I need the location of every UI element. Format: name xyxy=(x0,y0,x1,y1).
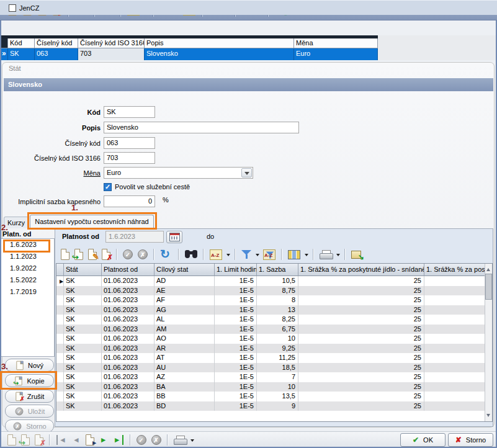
storno-button[interactable]: ✘ Storno xyxy=(448,433,493,447)
cell-srazka-dalsi[interactable] xyxy=(424,372,486,382)
cell-srazka-dalsi[interactable] xyxy=(424,286,486,296)
cell-sazba[interactable]: 6,75 xyxy=(257,325,298,334)
cell-sazba[interactable]: 9,25 xyxy=(257,344,298,354)
cell-limit-hodin[interactable]: 1E-5 xyxy=(215,334,257,344)
cell-platnost-od[interactable]: 01.06.2023 xyxy=(102,325,154,334)
cell-srazka-snidane[interactable]: 25 xyxy=(298,325,424,334)
table-row[interactable]: SK 01.06.2023 AT 1E-5 11,25 25 xyxy=(56,353,492,363)
jencz-checkbox[interactable] xyxy=(9,4,16,12)
cell-stat[interactable]: SK xyxy=(64,305,102,315)
cell-srazka-dalsi[interactable] xyxy=(424,325,486,334)
cell-cilovy-stat[interactable]: AG xyxy=(154,305,215,315)
cell-srazka-snidane[interactable]: 25 xyxy=(298,382,424,392)
cell-cilovy-stat[interactable]: AT xyxy=(154,353,215,363)
cell-srazka-snidane[interactable]: 25 xyxy=(298,315,424,325)
copy-rate-icon[interactable] xyxy=(74,249,83,260)
sazba-kapesne-field[interactable]: 0 xyxy=(104,195,155,207)
cell-sazba[interactable]: 8 xyxy=(257,295,298,305)
kopie-button[interactable]: Kopie xyxy=(5,374,54,387)
columns-dropdown-arrow-icon[interactable] xyxy=(305,254,308,258)
cell-srazka-dalsi[interactable] xyxy=(424,353,486,363)
cell-limit-hodin[interactable]: 1E-5 xyxy=(215,286,257,296)
cell-stat[interactable]: SK xyxy=(64,353,102,363)
table-row[interactable]: SK 01.06.2023 AG 1E-5 13 25 xyxy=(56,305,492,315)
cell-platnost-od[interactable]: 01.06.2023 xyxy=(102,286,154,296)
tab-nastaveni-nahrad[interactable]: Nastavení vypočtu cestovních náhrad xyxy=(30,215,154,228)
print-dropdown-arrow-icon[interactable] xyxy=(336,254,340,258)
copy-record-icon[interactable] xyxy=(21,434,30,446)
cell-sazba[interactable]: 8,25 xyxy=(257,315,298,325)
vertical-scrollbar[interactable] xyxy=(485,264,492,421)
cell-stat[interactable]: SK xyxy=(64,344,102,354)
cell-stat[interactable]: SK xyxy=(64,276,102,286)
cell-cilovy-stat[interactable]: BB xyxy=(154,392,215,401)
zrusit-button[interactable]: Zrušit xyxy=(5,390,54,403)
cell-sazba[interactable]: 7 xyxy=(257,372,298,382)
mena-combobox[interactable]: Euro xyxy=(104,167,253,179)
cell-platnost-od[interactable]: 01.06.2023 xyxy=(102,295,154,305)
cell-sazba[interactable]: 13 xyxy=(257,305,298,315)
cell-limit-hodin[interactable]: 1E-5 xyxy=(215,363,257,373)
popis-field[interactable]: Slovensko xyxy=(104,122,299,133)
cell-limit-hodin[interactable]: 1E-5 xyxy=(215,401,257,411)
cell-cilovy-stat[interactable]: AL xyxy=(154,315,215,325)
table-row[interactable]: SK 01.06.2023 BB 1E-5 13,5 25 xyxy=(56,392,492,401)
cell-limit-hodin[interactable]: 1E-5 xyxy=(215,372,257,382)
cell-srazka-dalsi[interactable] xyxy=(424,305,486,315)
scrollbar-thumb[interactable] xyxy=(485,274,492,300)
next-record-icon[interactable]: ► xyxy=(100,435,107,445)
column-header[interactable]: Platnost od xyxy=(102,264,154,276)
cell-stat[interactable]: SK xyxy=(64,392,102,401)
cell-limit-hodin[interactable]: 1E-5 xyxy=(215,315,257,325)
column-header[interactable]: Číselný kód xyxy=(35,38,78,48)
filter-icon[interactable] xyxy=(241,249,251,259)
column-header[interactable]: Stát xyxy=(64,264,102,276)
column-header[interactable]: 1. Srážka % za poskytnuté jídlo - snídan… xyxy=(298,264,424,276)
table-row[interactable]: SK 01.06.2023 AO 1E-5 10 25 xyxy=(56,334,492,344)
edit-rate-icon[interactable] xyxy=(88,249,97,260)
table-row[interactable]: SK 01.06.2023 AU 1E-5 18,5 25 xyxy=(56,363,492,373)
cell-platnost-od[interactable]: 01.06.2023 xyxy=(102,334,154,344)
filter-values-icon[interactable] xyxy=(263,249,275,260)
column-header[interactable]: 1. Srážka % za pos xyxy=(424,264,486,276)
cell-srazka-snidane[interactable]: 25 xyxy=(298,295,424,305)
table-row[interactable]: SK 01.06.2023 AZ 1E-5 7 25 xyxy=(56,372,492,382)
print-icon[interactable] xyxy=(174,436,186,445)
kod-field[interactable]: SK xyxy=(104,106,155,118)
cell-limit-hodin[interactable]: 1E-5 xyxy=(215,392,257,401)
cell-stat[interactable]: SK xyxy=(64,315,102,325)
iso-field[interactable]: 703 xyxy=(104,152,155,164)
cell-limit-hodin[interactable]: 1E-5 xyxy=(215,344,257,354)
cell-sazba[interactable]: 11,25 xyxy=(257,353,298,363)
table-row[interactable]: SK 01.06.2023 AF 1E-5 8 25 xyxy=(56,295,492,305)
delete-record-icon[interactable] xyxy=(35,434,43,446)
print-dropdown-arrow-icon[interactable] xyxy=(190,439,194,444)
table-row[interactable]: SK 01.06.2023 AM 1E-5 6,75 25 xyxy=(56,325,492,334)
cell-sazba[interactable]: 10,5 xyxy=(257,276,298,286)
cell-srazka-snidane[interactable]: 25 xyxy=(298,353,424,363)
sort-dropdown-arrow-icon[interactable] xyxy=(226,254,230,258)
cell-stat[interactable]: SK xyxy=(64,363,102,373)
cell-ciselny-kod[interactable]: 063 xyxy=(35,48,78,60)
cell-stat[interactable]: SK xyxy=(64,325,102,334)
cell-sazba[interactable]: 18,5 xyxy=(257,363,298,373)
column-header[interactable]: Kód xyxy=(8,38,35,48)
export-icon[interactable] xyxy=(351,251,361,259)
column-header[interactable]: 1. Limit hodin xyxy=(215,264,257,276)
cell-srazka-snidane[interactable]: 25 xyxy=(298,392,424,401)
delete-rate-icon[interactable] xyxy=(102,249,110,260)
cell-limit-hodin[interactable]: 1E-5 xyxy=(215,353,257,363)
cell-srazka-snidane[interactable]: 25 xyxy=(298,401,424,411)
cell-platnost-od[interactable]: 01.06.2023 xyxy=(102,401,154,411)
cell-srazka-snidane[interactable]: 25 xyxy=(298,334,424,344)
cell-cilovy-stat[interactable]: BA xyxy=(154,382,215,392)
cell-srazka-dalsi[interactable] xyxy=(424,382,486,392)
ok-button[interactable]: ✔ OK xyxy=(400,433,446,447)
cell-srazka-dalsi[interactable] xyxy=(424,392,486,401)
list-item[interactable]: 1.6.2023 xyxy=(1,239,54,251)
cell-limit-hodin[interactable]: 1E-5 xyxy=(215,325,257,334)
cell-srazka-snidane[interactable]: 25 xyxy=(298,372,424,382)
cell-srazka-dalsi[interactable] xyxy=(424,363,486,373)
cell-cilovy-stat[interactable]: AZ xyxy=(154,372,215,382)
table-row[interactable]: SK 01.06.2023 AL 1E-5 8,25 25 xyxy=(56,315,492,325)
